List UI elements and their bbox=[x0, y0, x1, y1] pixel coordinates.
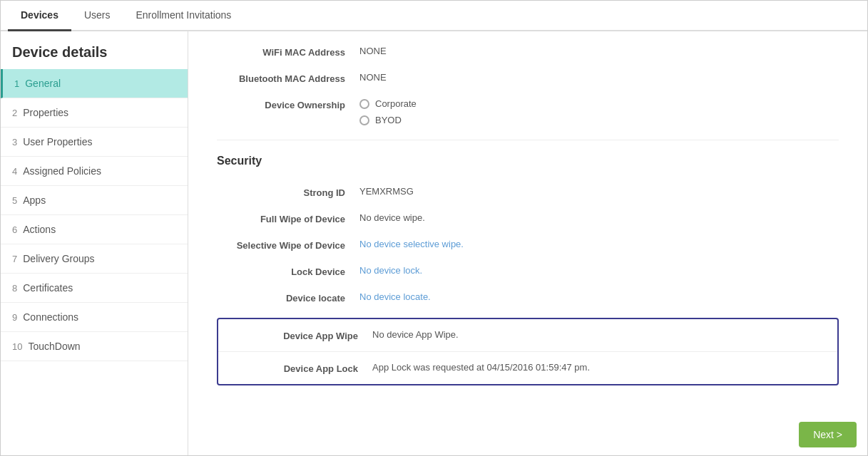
radio-corporate-circle bbox=[359, 99, 369, 109]
sidebar-item-label-7: Delivery Groups bbox=[23, 253, 94, 264]
sidebar-item-connections[interactable]: 9 Connections bbox=[1, 303, 188, 332]
section-divider bbox=[217, 140, 839, 140]
radio-byod-circle bbox=[359, 115, 369, 125]
sidebar-item-label-1: General bbox=[25, 78, 61, 89]
app-wipe-label: Device App Wipe bbox=[230, 329, 372, 341]
full-wipe-row: Full Wipe of Device No device wipe. bbox=[217, 212, 839, 224]
sidebar-item-touchdown[interactable]: 10 TouchDown bbox=[1, 332, 188, 361]
strong-id-value: YEMXRMSG bbox=[359, 186, 839, 197]
device-locate-row: Device locate No device locate. bbox=[217, 291, 839, 304]
bluetooth-mac-label: Bluetooth MAC Address bbox=[217, 72, 359, 84]
content-area: WiFi MAC Address NONE Bluetooth MAC Addr… bbox=[188, 31, 867, 455]
sidebar-item-num-1: 1 bbox=[14, 78, 19, 89]
wifi-mac-row: WiFi MAC Address NONE bbox=[217, 46, 839, 58]
radio-byod-label: BYOD bbox=[375, 115, 402, 125]
radio-corporate[interactable]: Corporate bbox=[359, 98, 839, 109]
next-button[interactable]: Next > bbox=[799, 422, 857, 447]
sidebar-item-label-6: Actions bbox=[23, 224, 56, 235]
device-ownership-label: Device Ownership bbox=[217, 98, 359, 110]
lock-device-label: Lock Device bbox=[217, 265, 359, 277]
device-locate-label: Device locate bbox=[217, 291, 359, 304]
full-wipe-label: Full Wipe of Device bbox=[217, 212, 359, 224]
lock-device-value: No device lock. bbox=[359, 265, 839, 276]
sidebar-item-label-10: TouchDown bbox=[28, 341, 80, 352]
app-wipe-value: No device App Wipe. bbox=[372, 329, 826, 340]
sidebar-item-properties[interactable]: 2 Properties bbox=[1, 98, 188, 128]
full-wipe-value: No device wipe. bbox=[359, 212, 839, 223]
sidebar-title: Device details bbox=[1, 31, 188, 69]
lock-device-row: Lock Device No device lock. bbox=[217, 265, 839, 277]
strong-id-row: Strong ID YEMXRMSG bbox=[217, 186, 839, 198]
sidebar-item-label-5: Apps bbox=[23, 195, 46, 206]
sidebar-item-user-properties[interactable]: 3 User Properties bbox=[1, 128, 188, 157]
sidebar-item-actions[interactable]: 6 Actions bbox=[1, 215, 188, 244]
wifi-mac-value: NONE bbox=[359, 46, 839, 56]
sidebar-item-delivery-groups[interactable]: 7 Delivery Groups bbox=[1, 244, 188, 274]
sidebar-item-num-4: 4 bbox=[12, 166, 17, 177]
sidebar-item-label-3: User Properties bbox=[23, 136, 92, 147]
sidebar-item-num-9: 9 bbox=[12, 312, 17, 323]
sidebar-item-certificates[interactable]: 8 Certificates bbox=[1, 274, 188, 303]
app-lock-row: Device App Lock App Lock was requested a… bbox=[218, 352, 837, 384]
wifi-mac-label: WiFi MAC Address bbox=[217, 46, 359, 58]
selective-wipe-value: No device selective wipe. bbox=[359, 239, 839, 249]
sidebar-item-num-3: 3 bbox=[12, 137, 17, 147]
sidebar: Device details 1 General 2 Properties 3 … bbox=[1, 31, 188, 455]
tab-users[interactable]: Users bbox=[71, 1, 123, 31]
sidebar-item-num-7: 7 bbox=[12, 254, 17, 264]
bluetooth-mac-row: Bluetooth MAC Address NONE bbox=[217, 72, 839, 84]
footer: Next > bbox=[787, 413, 868, 456]
device-ownership-value: Corporate BYOD bbox=[359, 98, 839, 125]
selective-wipe-row: Selective Wipe of Device No device selec… bbox=[217, 239, 839, 251]
app-lock-value: App Lock was requested at 04/15/2016 01:… bbox=[372, 362, 826, 373]
sidebar-item-label-8: Certificates bbox=[23, 282, 73, 294]
sidebar-item-num-10: 10 bbox=[12, 341, 22, 352]
sidebar-item-label-4: Assigned Policies bbox=[23, 165, 101, 177]
main-layout: Device details 1 General 2 Properties 3 … bbox=[1, 31, 867, 455]
sidebar-item-apps[interactable]: 5 Apps bbox=[1, 186, 188, 215]
tab-enrollment-invitations[interactable]: Enrollment Invitations bbox=[123, 1, 245, 31]
sidebar-item-num-6: 6 bbox=[12, 224, 17, 235]
top-nav: Devices Users Enrollment Invitations bbox=[1, 1, 867, 31]
device-ownership-row: Device Ownership Corporate BYOD bbox=[217, 98, 839, 125]
sidebar-item-assigned-policies[interactable]: 4 Assigned Policies bbox=[1, 157, 188, 186]
security-section-header: Security bbox=[217, 155, 839, 173]
device-locate-value: No device locate. bbox=[359, 291, 839, 302]
sidebar-item-general[interactable]: 1 General bbox=[1, 69, 188, 98]
selective-wipe-label: Selective Wipe of Device bbox=[217, 239, 359, 251]
sidebar-item-label-9: Connections bbox=[23, 311, 78, 323]
app-lock-label: Device App Lock bbox=[230, 362, 372, 374]
sidebar-item-num-5: 5 bbox=[12, 195, 17, 206]
app-wipe-row: Device App Wipe No device App Wipe. bbox=[218, 319, 837, 352]
bluetooth-mac-value: NONE bbox=[359, 72, 839, 83]
sidebar-item-label-2: Properties bbox=[23, 107, 68, 118]
sidebar-item-num-8: 8 bbox=[12, 283, 17, 294]
sidebar-item-num-2: 2 bbox=[12, 108, 17, 118]
radio-byod[interactable]: BYOD bbox=[359, 115, 839, 125]
highlight-box: Device App Wipe No device App Wipe. Devi… bbox=[217, 318, 839, 385]
strong-id-label: Strong ID bbox=[217, 186, 359, 198]
tab-devices[interactable]: Devices bbox=[8, 1, 71, 31]
ownership-radio-group: Corporate BYOD bbox=[359, 98, 839, 125]
radio-corporate-label: Corporate bbox=[375, 98, 417, 109]
